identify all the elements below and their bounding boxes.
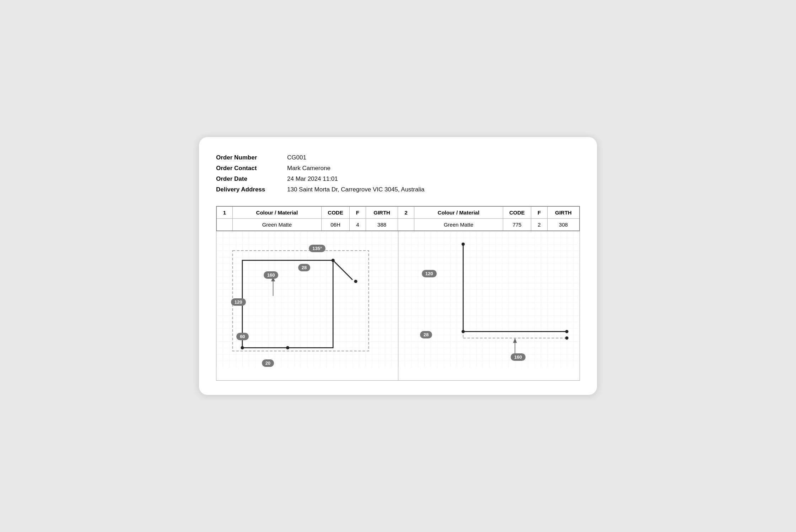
table-header-row: 1 Colour / Material CODE F GIRTH 2 Colou… — [216, 206, 580, 219]
header-material1: Colour / Material — [232, 206, 321, 219]
order-contact-label: Order Contact — [216, 165, 287, 172]
svg-rect-10 — [398, 231, 580, 367]
dim-label-60: 60 — [236, 333, 248, 340]
cell-num1 — [216, 219, 232, 231]
cell-girth1: 388 — [366, 219, 398, 231]
diagrams-row: 135° 28 160 120 60 20 — [216, 231, 580, 381]
svg-point-16 — [461, 330, 464, 333]
svg-point-6 — [241, 346, 244, 349]
order-date-label: Order Date — [216, 175, 287, 183]
order-number-value: CG001 — [287, 154, 306, 161]
order-contact-row: Order Contact Mark Camerone — [216, 165, 580, 172]
svg-point-17 — [565, 330, 568, 333]
cell-code1: 06H — [321, 219, 349, 231]
header-f1: F — [350, 206, 366, 219]
header-f2: F — [531, 206, 547, 219]
cell-f1: 4 — [350, 219, 366, 231]
dim-label-28a: 28 — [298, 264, 310, 271]
dim-label-160b: 160 — [511, 353, 526, 361]
svg-point-9 — [354, 280, 357, 283]
order-address-row: Delivery Address 130 Saint Morta Dr, Car… — [216, 186, 580, 193]
cell-num2 — [398, 219, 414, 231]
header-code1: CODE — [321, 206, 349, 219]
order-date-row: Order Date 24 Mar 2024 11:01 — [216, 175, 580, 183]
dim-label-135: 135° — [309, 245, 326, 252]
table-data-row: Green Matte 06H 4 388 Green Matte 775 2 … — [216, 219, 580, 231]
cell-code2: 775 — [503, 219, 531, 231]
diagram2-svg — [398, 231, 580, 367]
svg-point-8 — [332, 259, 335, 262]
cell-f2: 2 — [531, 219, 547, 231]
header-num1: 1 — [216, 206, 232, 219]
dim-label-120a: 120 — [231, 298, 246, 306]
svg-point-7 — [286, 346, 289, 349]
main-table: 1 Colour / Material CODE F GIRTH 2 Colou… — [216, 206, 580, 231]
diagram-2: 120 28 160 — [398, 231, 580, 380]
cell-material2: Green Matte — [414, 219, 503, 231]
order-date-value: 24 Mar 2024 11:01 — [287, 175, 338, 183]
header-girth2: GIRTH — [547, 206, 580, 219]
order-address-value: 130 Saint Morta Dr, Carregrove VIC 3045,… — [287, 186, 424, 193]
header-girth1: GIRTH — [366, 206, 398, 219]
dim-label-28b: 28 — [420, 331, 432, 338]
svg-point-18 — [565, 336, 568, 340]
dim-label-120b: 120 — [422, 270, 437, 277]
header-code2: CODE — [503, 206, 531, 219]
order-address-label: Delivery Address — [216, 186, 287, 193]
dim-label-20: 20 — [262, 359, 274, 367]
cell-girth2: 308 — [547, 219, 580, 231]
header-material2: Colour / Material — [414, 206, 503, 219]
dim-label-160a: 160 — [264, 271, 279, 279]
header-num2: 2 — [398, 206, 414, 219]
order-number-label: Order Number — [216, 154, 287, 161]
order-info: Order Number CG001 Order Contact Mark Ca… — [216, 154, 580, 193]
diagram-1: 135° 28 160 120 60 20 — [216, 231, 398, 380]
page-card: Order Number CG001 Order Contact Mark Ca… — [199, 137, 597, 395]
order-number-row: Order Number CG001 — [216, 154, 580, 161]
order-contact-value: Mark Camerone — [287, 165, 330, 172]
svg-point-15 — [461, 243, 464, 246]
cell-material1: Green Matte — [232, 219, 321, 231]
